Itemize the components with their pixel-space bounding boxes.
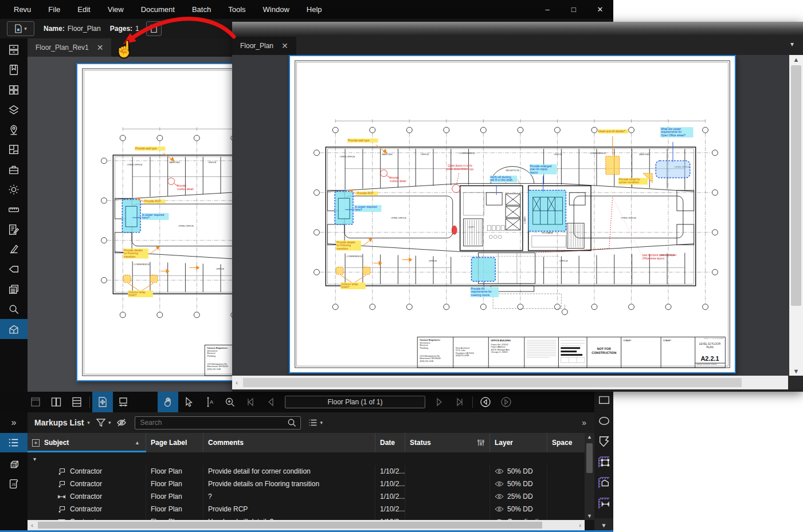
places-icon[interactable] (0, 120, 28, 140)
page-nav-field[interactable]: Floor Plan (1 of 1) (285, 396, 425, 408)
scroll-up-icon[interactable]: ▲ (793, 56, 800, 63)
group-row[interactable]: ▾ (28, 452, 585, 465)
continuous-view-icon[interactable] (66, 392, 87, 412)
scroll-left-icon[interactable]: ‹ (28, 522, 37, 529)
filter-icon[interactable] (96, 417, 106, 428)
side-by-side-view-icon[interactable] (46, 392, 66, 412)
tab-floor-plan-rev1[interactable]: Floor_Plan_Rev1 ✕ (28, 38, 111, 57)
filter-chevron-icon[interactable]: ▾ (108, 420, 111, 425)
column-comments[interactable]: Comments (203, 433, 375, 452)
chevron-down-icon[interactable]: ▾ (87, 420, 90, 425)
scroll-right-icon[interactable]: › (575, 522, 585, 529)
menu-edit[interactable]: Edit (77, 5, 90, 14)
floating-vscroll-thumb[interactable] (791, 65, 801, 306)
floor-plan-sheet[interactable]: OPEN OFFICE MEETING OFFICE CONFERENCE RE… (289, 55, 736, 373)
menu-tools[interactable]: Tools (228, 5, 245, 14)
last-page-icon[interactable] (449, 392, 470, 412)
expand-panel-icon[interactable]: » (0, 412, 28, 433)
collapse-group-icon[interactable]: ▾ (33, 456, 36, 462)
menu-document[interactable]: Document (141, 5, 175, 14)
scroll-down-icon[interactable]: ▼ (587, 513, 592, 519)
markups-list-title[interactable]: Markups List (34, 418, 84, 427)
pan-tool-icon[interactable] (158, 392, 178, 412)
measure-perimeter-icon[interactable] (598, 476, 610, 489)
floating-window-titlebar[interactable] (232, 22, 803, 36)
ellipse-tool-icon[interactable] (598, 415, 610, 427)
list-options-icon[interactable] (308, 417, 318, 428)
signatures-icon[interactable] (0, 239, 28, 259)
menu-help[interactable]: Help (307, 5, 322, 14)
fit-page-view-icon[interactable] (113, 392, 134, 412)
search-icon[interactable] (0, 299, 28, 319)
previous-view-icon[interactable] (475, 392, 496, 412)
flags-icon[interactable] (0, 259, 28, 279)
scroll-down-icon[interactable]: ▼ (793, 368, 800, 375)
visibility-eye-icon[interactable] (495, 506, 504, 512)
markup-row[interactable]: ContractorFloor PlanProvide details on F… (28, 478, 585, 490)
tab-list-chevron-icon[interactable]: ▾ (790, 40, 794, 48)
column-status[interactable]: Status (405, 433, 490, 452)
menu-batch[interactable]: Batch (192, 5, 211, 14)
properties-gear-icon[interactable] (0, 180, 28, 200)
scroll-left-icon[interactable]: ‹ (232, 379, 241, 386)
pan-page-view-icon[interactable] (92, 392, 113, 412)
tab-close-icon[interactable]: ✕ (97, 44, 104, 52)
next-page-icon[interactable] (429, 392, 449, 412)
column-date[interactable]: Date (375, 433, 405, 452)
markup-row[interactable]: ContractorFloor Plan?1/10/2...25% DD (28, 490, 585, 503)
tab-close-icon[interactable]: ✕ (281, 42, 288, 50)
list-options-chevron-icon[interactable]: ▾ (320, 420, 323, 425)
scroll-up-icon[interactable]: ▲ (587, 434, 592, 440)
menu-window[interactable]: Window (263, 5, 289, 14)
document-workspace-floating[interactable]: OPEN OFFICE MEETING OFFICE CONFERENCE RE… (232, 55, 789, 376)
floating-horizontal-scrollbar[interactable]: ‹ (232, 376, 788, 389)
previous-page-icon[interactable] (261, 392, 281, 412)
tool-chest-icon[interactable] (0, 160, 28, 180)
column-page-label[interactable]: Page Label (146, 433, 203, 452)
more-tools-icon[interactable]: » (582, 418, 586, 427)
markup-summary-icon[interactable] (0, 219, 28, 239)
tab-floor-plan[interactable]: Floor_Plan ✕ (232, 37, 296, 55)
maximize-icon[interactable]: □ (561, 0, 587, 19)
floating-hscroll-thumb[interactable] (243, 378, 742, 387)
menu-revu[interactable]: Revu (14, 5, 31, 14)
visibility-eye-icon[interactable] (495, 494, 504, 499)
next-view-icon[interactable] (496, 392, 516, 412)
visibility-eye-icon[interactable] (495, 468, 504, 474)
minimize-icon[interactable]: – (534, 0, 561, 19)
select-tool-icon[interactable] (178, 392, 199, 412)
markup-row[interactable]: ContractorFloor PlanProvide detail for c… (28, 465, 585, 478)
sets-icon[interactable] (0, 279, 28, 300)
measure-length-icon[interactable] (598, 497, 610, 510)
markup-row[interactable]: ContractorFloor PlanProvide RCP1/10/2...… (28, 503, 585, 515)
table-scroll-thumb[interactable] (586, 443, 593, 473)
first-page-icon[interactable] (240, 392, 261, 412)
status-filter-icon[interactable] (477, 439, 485, 447)
javascript-tab-icon[interactable]: JS (0, 474, 28, 494)
layers-icon[interactable] (0, 100, 28, 120)
bookmarks-icon[interactable] (0, 60, 28, 80)
menu-file[interactable]: File (48, 5, 60, 14)
floating-document-window[interactable]: Floor_Plan ✕ ▾ (232, 22, 803, 392)
hscroll-thumb[interactable] (38, 522, 542, 529)
hide-markups-icon[interactable] (116, 417, 127, 428)
column-space[interactable]: Space (547, 433, 585, 452)
polygon-tool-icon[interactable] (598, 435, 610, 448)
table-horizontal-scrollbar[interactable]: ‹ › (28, 520, 585, 530)
spaces-icon[interactable] (0, 140, 28, 160)
menu-view[interactable]: View (108, 5, 124, 14)
thumbnails-icon[interactable] (0, 80, 28, 100)
document-menu-button[interactable]: ▾ (7, 21, 34, 36)
column-subject[interactable]: + Subject ▲ (28, 433, 146, 452)
markups-list-tab-icon[interactable] (0, 433, 28, 452)
column-layer[interactable]: Layer (490, 433, 547, 452)
search-icon[interactable] (287, 417, 297, 428)
zoom-tool-icon[interactable] (220, 392, 240, 412)
markup-row[interactable]: ContractorFloor PlanHead and sill detail… (28, 515, 585, 520)
file-access-icon[interactable] (0, 40, 28, 60)
close-icon[interactable]: ✕ (587, 0, 613, 19)
select-text-icon[interactable]: A (199, 392, 220, 412)
expand-all-icon[interactable]: + (32, 439, 40, 447)
3d-model-tab-icon[interactable]: 3D (0, 455, 28, 474)
search-input[interactable] (135, 419, 287, 427)
